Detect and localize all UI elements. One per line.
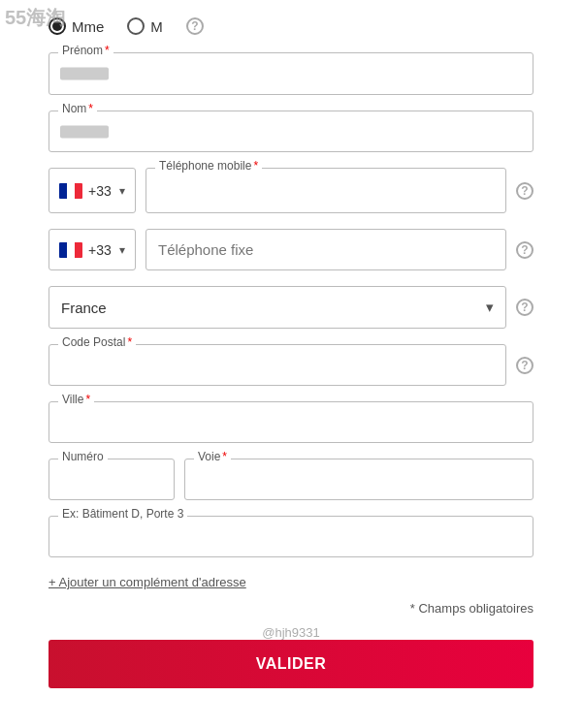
- mobile-help-icon[interactable]: ?: [516, 182, 534, 200]
- telephone-mobile-field: Téléphone mobile 6 11 58 66 48: [146, 168, 506, 213]
- country-selector[interactable]: France ▾: [48, 286, 506, 329]
- prenom-prefix-blur: [60, 68, 109, 80]
- fixe-country-selector[interactable]: +33 ▾: [48, 229, 136, 270]
- submit-button[interactable]: VALIDER: [48, 640, 534, 688]
- gender-label-m: M: [150, 18, 163, 35]
- required-note: * Champs obligatoires: [48, 601, 534, 616]
- country-chevron-icon: ▾: [486, 299, 494, 316]
- gender-option-m[interactable]: M: [127, 17, 163, 35]
- numero-label: Numéro: [58, 450, 108, 463]
- telephone-fixe-input[interactable]: [146, 229, 506, 270]
- watermark-bottom: @hjh9331: [48, 625, 534, 640]
- nom-prefix-blur: [60, 125, 109, 138]
- add-address-link[interactable]: + Ajouter un complément d'adresse: [48, 575, 246, 589]
- fixe-help-wrapper: ?: [516, 229, 534, 270]
- telephone-mobile-row: +33 ▾ Téléphone mobile 6 11 58 66 48 ?: [48, 168, 534, 213]
- numero-voie-row: Numéro 2 Voie rue pierre antoine Delahou…: [48, 459, 534, 500]
- nom-label: Nom: [58, 102, 97, 115]
- country-row: France ▾ ?: [48, 286, 534, 329]
- ville-field-group: Ville 59223 – RONCQ: [48, 401, 534, 443]
- voie-label: Voie: [194, 450, 231, 463]
- code-postal-field-group: Code Postal 59223 ?: [48, 344, 534, 386]
- code-postal-label: Code Postal: [58, 335, 136, 349]
- fixe-help-icon[interactable]: ?: [516, 241, 534, 259]
- code-postal-help-icon[interactable]: ?: [516, 357, 534, 374]
- radio-mme[interactable]: [48, 17, 66, 35]
- voie-field-group: Voie rue pierre antoine Delahousse: [184, 459, 534, 500]
- code-postal-input[interactable]: 59223: [48, 344, 506, 386]
- gender-option-mme[interactable]: Mme: [48, 17, 104, 35]
- mobile-country-code: +33: [88, 183, 112, 199]
- complement-label: Ex: Bâtiment D, Porte 3: [58, 507, 187, 521]
- prenom-label: Prénom: [58, 44, 113, 57]
- country-help-icon[interactable]: ?: [516, 299, 534, 316]
- ville-input[interactable]: 59223 – RONCQ: [48, 401, 534, 443]
- gender-label-mme: Mme: [72, 18, 104, 35]
- ville-label: Ville: [58, 393, 94, 406]
- nom-field-group: Nom Volumia: [48, 111, 534, 152]
- mobile-help-wrapper: ?: [516, 168, 534, 213]
- prenom-field-group: Prénom E站会员名: [48, 52, 534, 95]
- telephone-fixe-row: +33 ▾ ?: [48, 229, 534, 270]
- mobile-chevron-icon: ▾: [119, 184, 125, 198]
- fixe-chevron-icon: ▾: [119, 243, 125, 257]
- mobile-flag-fr: [59, 183, 82, 199]
- telephone-fixe-field: [146, 229, 506, 270]
- nom-input[interactable]: Volumia: [48, 111, 534, 152]
- code-postal-wrapper: Code Postal 59223: [48, 344, 506, 386]
- gender-help-icon[interactable]: ?: [186, 17, 204, 35]
- telephone-mobile-label: Téléphone mobile: [155, 159, 262, 173]
- voie-input[interactable]: rue pierre antoine Delahousse: [184, 459, 534, 500]
- country-value: France: [61, 300, 107, 316]
- numero-field-group: Numéro 2: [48, 459, 175, 500]
- fixe-country-code: +33: [88, 242, 112, 258]
- complement-field-group: Ex: Bâtiment D, Porte 3 parc d'activité …: [48, 516, 534, 557]
- fixe-flag-fr: [59, 242, 82, 258]
- gender-row: Mme M ?: [48, 10, 534, 35]
- complement-input[interactable]: parc d'activité Mauroy: [48, 516, 534, 557]
- radio-m[interactable]: [127, 17, 145, 35]
- prenom-input-wrapper: E站会员名: [48, 52, 534, 95]
- nom-input-wrapper: Volumia: [48, 111, 534, 152]
- prenom-input[interactable]: E站会员名: [48, 52, 534, 95]
- numero-input[interactable]: 2: [48, 459, 175, 500]
- mobile-country-selector[interactable]: +33 ▾: [48, 168, 136, 213]
- telephone-mobile-input[interactable]: 6 11 58 66 48: [146, 168, 506, 213]
